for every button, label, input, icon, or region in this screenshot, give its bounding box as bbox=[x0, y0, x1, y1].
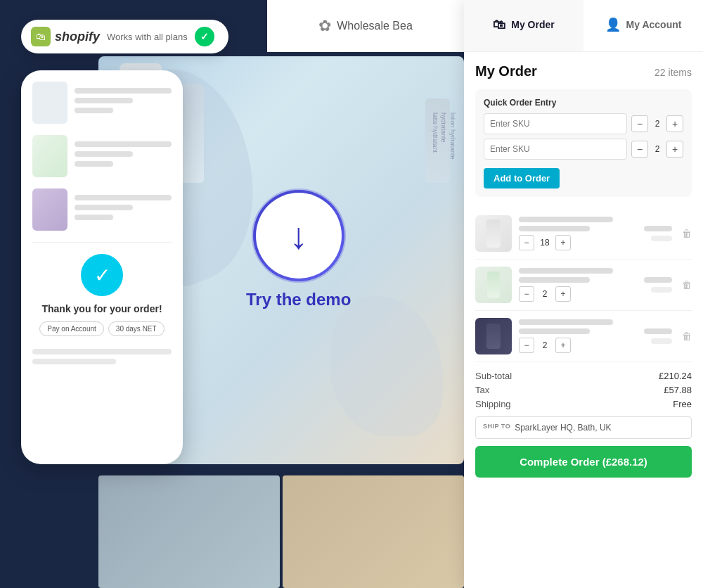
qty-control-1: − 2 + bbox=[631, 115, 683, 132]
thankyou-title: Thank you for your order! bbox=[41, 303, 162, 314]
complete-order-button[interactable]: Complete Order (£268.12) bbox=[475, 446, 692, 478]
stepper-2: − 2 + bbox=[519, 286, 637, 302]
bottom-img-1 bbox=[98, 475, 280, 588]
phone-product-row-3 bbox=[32, 188, 172, 231]
qty-minus-2[interactable]: − bbox=[631, 141, 648, 158]
step-minus-1[interactable]: − bbox=[519, 235, 534, 250]
demo-text[interactable]: Try the demo bbox=[246, 290, 351, 309]
bottom-product-images bbox=[98, 475, 464, 588]
shopify-bag-icon: 🛍 bbox=[31, 27, 51, 46]
subtotal-value: £210.24 bbox=[659, 371, 692, 381]
shopify-badge: 🛍 shopify Works with all plans ✓ bbox=[21, 20, 228, 53]
phone-product-img-2 bbox=[32, 135, 67, 177]
tax-label: Tax bbox=[475, 385, 489, 395]
tab-my-account[interactable]: 👤 My Account bbox=[583, 0, 703, 51]
product-thumb-3 bbox=[475, 318, 512, 354]
subtotal-label: Sub-total bbox=[475, 371, 512, 381]
delete-btn-2[interactable]: 🗑 bbox=[682, 279, 692, 290]
stepper-1: − 18 + bbox=[519, 235, 637, 250]
tab-order-label: My Order bbox=[511, 19, 554, 30]
ship-to-box: SHIP TO SparkLayer HQ, Bath, UK bbox=[475, 416, 692, 439]
ship-to-address: SparkLayer HQ, Bath, UK bbox=[515, 423, 611, 433]
demo-overlay[interactable]: ↓ Try the demo bbox=[246, 190, 351, 309]
demo-arrow-icon: ↓ bbox=[290, 217, 308, 254]
tax-value: £57.88 bbox=[664, 385, 692, 395]
quick-order-box: Quick Order Entry − 2 + − 2 + Add to Ord… bbox=[475, 89, 692, 197]
sku-input-1[interactable] bbox=[484, 113, 627, 134]
order-count: 22 items bbox=[654, 67, 692, 78]
step-plus-3[interactable]: + bbox=[555, 338, 571, 353]
phone-thankyou-section: ✓ Thank you for your order! Pay on Accou… bbox=[32, 242, 172, 369]
qty-plus-1[interactable]: + bbox=[666, 115, 683, 132]
order-header: My Order 22 items bbox=[475, 63, 692, 79]
shipping-row: Shipping Free bbox=[475, 399, 692, 409]
pay-on-account-badge: Pay on Account bbox=[39, 321, 104, 336]
add-to-order-button[interactable]: Add to Order bbox=[484, 168, 560, 188]
tab-account-label: My Account bbox=[626, 19, 682, 30]
thankyou-badges: Pay on Account 30 days NET bbox=[39, 321, 164, 336]
phone-product-img-1 bbox=[32, 82, 67, 124]
sku-input-2[interactable] bbox=[484, 139, 627, 160]
net-days-badge: 30 days NET bbox=[108, 321, 165, 336]
delete-btn-3[interactable]: 🗑 bbox=[682, 331, 692, 342]
shipping-label: Shipping bbox=[475, 399, 511, 409]
product-item-3: − 2 + 🗑 bbox=[475, 311, 692, 362]
qty-minus-1[interactable]: − bbox=[631, 115, 648, 132]
order-title: My Order bbox=[475, 63, 537, 79]
phone-product-row-2 bbox=[32, 135, 172, 177]
product-right-1 bbox=[644, 226, 672, 241]
qty-plus-2[interactable]: + bbox=[666, 141, 683, 158]
step-minus-2[interactable]: − bbox=[519, 286, 534, 302]
step-minus-3[interactable]: − bbox=[519, 338, 534, 353]
product-item-2: − 2 + 🗑 bbox=[475, 260, 692, 311]
tax-row: Tax £57.88 bbox=[475, 385, 692, 395]
bottom-img-2 bbox=[283, 475, 464, 588]
order-summary: Sub-total £210.24 Tax £57.88 Shipping Fr… bbox=[475, 362, 692, 483]
wholesale-name: Wholesale Bea bbox=[337, 20, 413, 32]
panel-content: My Order 22 items Quick Order Entry − 2 … bbox=[464, 52, 703, 588]
sku-row-2: − 2 + bbox=[484, 139, 683, 160]
phone-product-img-3 bbox=[32, 188, 67, 231]
quick-order-title: Quick Order Entry bbox=[484, 98, 683, 108]
shopify-plans-text: Works with all plans bbox=[107, 32, 188, 42]
product-thumb-1 bbox=[475, 215, 512, 252]
wholesale-header: ✿ Wholesale Bea bbox=[267, 0, 464, 52]
product-right-3 bbox=[644, 328, 672, 344]
qty-value-2: 2 bbox=[650, 144, 665, 154]
step-val-3: 2 bbox=[536, 340, 553, 350]
thankyou-checkmark: ✓ bbox=[81, 254, 123, 296]
product-item-1: − 18 + 🗑 bbox=[475, 208, 692, 260]
delete-btn-1[interactable]: 🗑 bbox=[682, 228, 692, 239]
panel-tabs: 🛍 My Order 👤 My Account bbox=[464, 0, 703, 52]
qty-control-2: − 2 + bbox=[631, 141, 683, 158]
stepper-3: − 2 + bbox=[519, 338, 637, 353]
shopify-wordmark: shopify bbox=[55, 30, 100, 44]
order-bag-icon: 🛍 bbox=[493, 18, 505, 32]
qty-value-1: 2 bbox=[650, 119, 665, 129]
shipping-value: Free bbox=[673, 399, 692, 409]
wholesale-flower-icon: ✿ bbox=[318, 17, 331, 35]
phone-mockup: ✓ Thank you for your order! Pay on Accou… bbox=[21, 70, 183, 464]
step-plus-2[interactable]: + bbox=[555, 286, 571, 302]
product-info-2: − 2 + bbox=[519, 268, 637, 302]
sku-row-1: − 2 + bbox=[484, 113, 683, 134]
step-val-2: 2 bbox=[536, 289, 553, 299]
ship-to-label: SHIP TO bbox=[483, 423, 510, 433]
account-person-icon: 👤 bbox=[605, 17, 621, 32]
product-info-1: − 18 + bbox=[519, 217, 637, 250]
subtotal-row: Sub-total £210.24 bbox=[475, 371, 692, 381]
tab-my-order[interactable]: 🛍 My Order bbox=[464, 0, 583, 51]
right-panel: 🛍 My Order 👤 My Account My Order 22 item… bbox=[464, 0, 703, 588]
demo-circle[interactable]: ↓ bbox=[253, 190, 344, 281]
phone-product-row-1 bbox=[32, 82, 172, 124]
step-plus-1[interactable]: + bbox=[555, 235, 571, 250]
product-right-2 bbox=[644, 277, 672, 293]
step-val-1: 18 bbox=[536, 238, 553, 248]
product-info-3: − 2 + bbox=[519, 319, 637, 353]
shopify-logo: 🛍 shopify bbox=[31, 27, 100, 46]
shopify-check-icon: ✓ bbox=[195, 27, 214, 46]
product-thumb-2 bbox=[475, 267, 512, 303]
